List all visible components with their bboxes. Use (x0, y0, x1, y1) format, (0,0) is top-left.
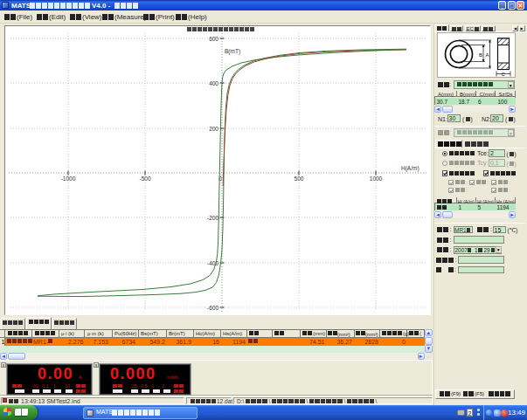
svg-text:H(A/m): H(A/m) (401, 165, 420, 172)
svg-text:C: C (501, 72, 505, 77)
svg-text:-600: -600 (207, 305, 218, 311)
svg-text:B: B (479, 52, 482, 57)
svg-text:1000: 1000 (370, 176, 383, 182)
svg-text:A: A (485, 52, 489, 57)
svg-text:-1000: -1000 (61, 176, 76, 182)
svg-text:400: 400 (209, 80, 218, 86)
svg-text:200: 200 (209, 126, 218, 132)
svg-text:-500: -500 (139, 176, 150, 182)
svg-text:500: 500 (295, 176, 304, 182)
svg-text:-400: -400 (207, 260, 218, 266)
svg-text:600: 600 (209, 36, 218, 42)
svg-text:B(mT): B(mT) (225, 48, 240, 55)
svg-text:-200: -200 (207, 215, 218, 221)
